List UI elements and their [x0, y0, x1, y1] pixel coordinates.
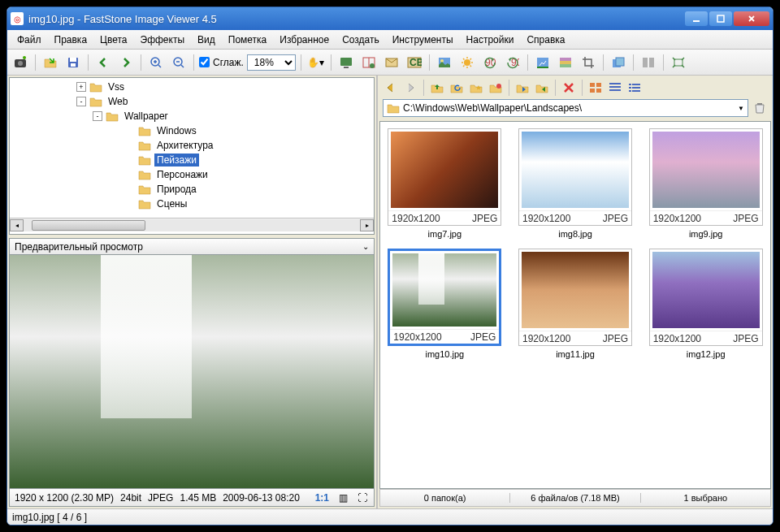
- thumbnail-cell: 1920x1200JPEGimg11.jpg: [518, 249, 634, 359]
- left-pane: +Vss-Web-WallpaperWindowsАрхитектураПейз…: [7, 76, 378, 508]
- folder-tree[interactable]: +Vss-Web-WallpaperWindowsАрхитектураПейз…: [10, 78, 374, 218]
- scroll-thumb[interactable]: [32, 220, 145, 231]
- preview-date: 2009-06-13 08:20: [223, 492, 300, 504]
- pan-icon[interactable]: ✋▾: [306, 53, 326, 72]
- path-dropdown-icon[interactable]: ▼: [738, 105, 744, 112]
- menu-0[interactable]: Файл: [11, 32, 48, 48]
- slideshow-icon[interactable]: [336, 53, 356, 72]
- nav-back-icon[interactable]: [383, 80, 399, 96]
- tree-item[interactable]: Сцены: [11, 197, 372, 211]
- compare-icon[interactable]: [359, 53, 379, 72]
- crop-icon[interactable]: [578, 53, 598, 72]
- thumbnail[interactable]: 1920x1200JPEG: [518, 249, 632, 346]
- collapse-icon[interactable]: ⌄: [362, 242, 369, 251]
- svg-point-4: [23, 56, 26, 59]
- nav-up-icon[interactable]: [429, 80, 445, 96]
- nav-favorites-icon[interactable]: [468, 80, 484, 96]
- status-selected: 1 выбрано: [641, 493, 770, 503]
- wallpaper-icon[interactable]: [435, 53, 454, 72]
- forward-icon[interactable]: [116, 53, 136, 72]
- preview-image[interactable]: [9, 254, 375, 489]
- svg-rect-41: [629, 87, 631, 89]
- thumb-image: [652, 132, 760, 208]
- fullscreen-icon[interactable]: [669, 53, 688, 72]
- thumbnail[interactable]: 1920x1200JPEG: [388, 249, 501, 346]
- rotate-left-icon[interactable]: 90: [480, 53, 500, 72]
- tree-expander-icon[interactable]: -: [93, 111, 102, 121]
- thumbnail[interactable]: 1920x1200JPEG: [518, 128, 632, 226]
- menu-10[interactable]: Справка: [520, 32, 571, 48]
- thumbnail[interactable]: 1920x1200JPEG: [388, 128, 501, 226]
- canvas-icon[interactable]: [556, 53, 575, 72]
- close-button[interactable]: [734, 11, 769, 26]
- acquire-icon[interactable]: [11, 53, 30, 72]
- folder-icon: [387, 102, 400, 114]
- settings-icon[interactable]: [639, 53, 658, 72]
- thumbnail[interactable]: 1920x1200JPEG: [649, 249, 763, 346]
- tree-expander-icon[interactable]: -: [76, 97, 86, 106]
- thumbnail-cell: 1920x1200JPEGimg10.jpg: [387, 249, 503, 359]
- menu-7[interactable]: Создать: [336, 32, 386, 48]
- view-thumbs-icon[interactable]: [587, 80, 604, 96]
- nav-forward-icon[interactable]: [402, 80, 418, 96]
- maximize-button[interactable]: [709, 11, 732, 26]
- tree-item[interactable]: Windows: [11, 123, 372, 138]
- menu-9[interactable]: Настройки: [460, 32, 521, 48]
- thumbnail-cell: 1920x1200JPEGimg9.jpg: [648, 128, 764, 239]
- move-to-icon[interactable]: [534, 80, 550, 96]
- scroll-left-icon[interactable]: ◂: [10, 219, 24, 231]
- nav-refresh-icon[interactable]: [448, 80, 465, 96]
- save-icon[interactable]: [63, 53, 83, 72]
- main-toolbar: Сглаж. 18% ✋▾ CB 90 90: [7, 50, 773, 76]
- app-window: ◎ img10.jpg - FastStone Image Viewer 4.5…: [6, 6, 774, 526]
- svg-rect-38: [609, 89, 621, 91]
- menu-1[interactable]: Правка: [48, 32, 94, 48]
- back-icon[interactable]: [93, 53, 113, 72]
- tree-item[interactable]: +Vss: [11, 80, 372, 94]
- preview-header[interactable]: Предварительный просмотр ⌄: [9, 238, 375, 254]
- menu-5[interactable]: Пометка: [222, 32, 274, 48]
- tree-hscrollbar[interactable]: ◂ ▸: [10, 218, 374, 231]
- thumbnail[interactable]: 1920x1200JPEG: [649, 128, 763, 226]
- zoom-in-icon[interactable]: [146, 53, 166, 72]
- titlebar[interactable]: ◎ img10.jpg - FastStone Image Viewer 4.5: [7, 7, 773, 30]
- thumb-info: 1920x1200JPEG: [390, 329, 499, 344]
- menu-8[interactable]: Инструменты: [386, 32, 460, 48]
- email-icon[interactable]: [382, 53, 401, 72]
- menu-4[interactable]: Вид: [191, 32, 222, 48]
- copy-to-icon[interactable]: [514, 80, 531, 96]
- zoom-select[interactable]: 18%: [247, 54, 296, 71]
- preview-size: 1.45 MB: [180, 492, 216, 504]
- menu-2[interactable]: Цвета: [93, 32, 133, 48]
- rotate-right-icon[interactable]: 90: [503, 53, 522, 72]
- tree-item[interactable]: Пейзажи: [11, 153, 372, 167]
- thumb-filename: img9.jpg: [689, 229, 723, 239]
- tree-item[interactable]: Природа: [11, 182, 372, 197]
- open-icon[interactable]: [41, 53, 60, 72]
- histogram-icon[interactable]: ▥: [337, 492, 349, 504]
- tool-cb-icon[interactable]: CB: [405, 53, 424, 72]
- clone-icon[interactable]: [609, 53, 628, 72]
- smooth-checkbox[interactable]: Сглаж.: [199, 57, 244, 68]
- recycle-icon[interactable]: [752, 100, 768, 116]
- view-list-icon[interactable]: [626, 80, 643, 96]
- scroll-right-icon[interactable]: ▸: [360, 219, 374, 231]
- adjust-icon[interactable]: [457, 53, 477, 72]
- tree-item[interactable]: Архитектура: [11, 138, 372, 153]
- tree-expander-icon[interactable]: +: [76, 82, 86, 92]
- menu-3[interactable]: Эффекты: [134, 32, 192, 48]
- minimize-button[interactable]: [685, 11, 708, 26]
- resize-icon[interactable]: [533, 53, 552, 72]
- expand-preview-icon[interactable]: ⛶: [356, 492, 369, 504]
- menu-6[interactable]: Избранное: [273, 32, 336, 48]
- thumbnail-area[interactable]: 1920x1200JPEGimg7.jpg1920x1200JPEGimg8.j…: [379, 121, 771, 489]
- delete-icon[interactable]: [561, 80, 577, 96]
- nav-new-folder-icon[interactable]: [488, 80, 504, 96]
- ratio-icon[interactable]: 1:1: [314, 492, 331, 504]
- tree-item[interactable]: -Web: [11, 94, 372, 109]
- path-input[interactable]: C:\Windows\Web\Wallpaper\Landscapes\ ▼: [383, 99, 748, 117]
- zoom-out-icon[interactable]: [169, 53, 188, 72]
- tree-item[interactable]: -Wallpaper: [11, 109, 372, 123]
- view-details-icon[interactable]: [607, 80, 623, 96]
- tree-item[interactable]: Персонажи: [11, 167, 372, 182]
